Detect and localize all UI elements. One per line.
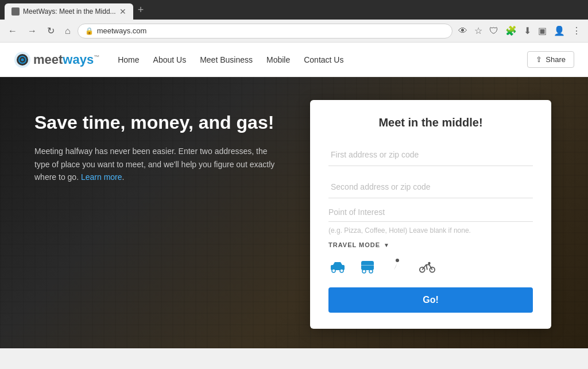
bookmark-star-icon[interactable]: ☆ (472, 23, 485, 39)
share-icon: ⇧ (536, 55, 542, 64)
logo-text: meetways™ (33, 52, 99, 67)
save-icon[interactable]: ⬇ (521, 23, 533, 39)
first-address-input[interactable] (328, 143, 533, 166)
go-button[interactable]: Go! (328, 287, 533, 313)
menu-icon[interactable]: ⋮ (570, 23, 583, 39)
split-screen-icon[interactable]: ▣ (536, 23, 549, 39)
url-text: meetways.com (97, 26, 445, 35)
svg-rect-8 (361, 265, 374, 266)
bus-mode-icon[interactable] (358, 257, 377, 276)
toolbar-icons: 👁 ☆ 🛡 🧩 ⬇ ▣ 👤 ⋮ (456, 23, 583, 39)
back-button[interactable]: ← (5, 24, 21, 39)
car-mode-icon[interactable] (328, 257, 347, 276)
nav-about[interactable]: About Us (153, 55, 187, 64)
svg-point-6 (340, 269, 343, 272)
travel-mode-row[interactable]: TRAVEL MODE ▼ (328, 241, 533, 248)
forward-button[interactable]: → (24, 24, 40, 39)
active-tab[interactable]: MeetWays: Meet in the Midd... ✕ (5, 3, 133, 20)
nav-home[interactable]: Home (118, 55, 139, 64)
hero-text: Save time, money, and gas! Meeting halfw… (34, 100, 276, 184)
home-button[interactable]: ⌂ (61, 24, 74, 39)
tab-favicon-icon (11, 7, 20, 16)
svg-point-9 (362, 270, 366, 273)
chevron-down-icon: ▼ (384, 242, 389, 248)
walk-mode-icon[interactable] (388, 257, 407, 276)
card-title: Meet in the middle! (328, 116, 533, 129)
no-track-icon[interactable]: 👁 (456, 24, 470, 39)
reload-button[interactable]: ↻ (44, 23, 58, 39)
svg-point-5 (332, 269, 335, 272)
lock-icon: 🔒 (85, 27, 94, 35)
tab-title: MeetWays: Meet in the Midd... (23, 7, 116, 16)
second-address-input[interactable] (328, 175, 533, 198)
website: meetways™ Home About Us Meet Business Mo… (0, 43, 588, 348)
learn-more-link[interactable]: Learn more (81, 172, 122, 182)
travel-mode-label: TRAVEL MODE (328, 241, 380, 248)
shield-icon[interactable]: 🛡 (487, 24, 501, 39)
nav-mobile[interactable]: Mobile (266, 55, 290, 64)
nav-meet-business[interactable]: Meet Business (200, 55, 253, 64)
svg-point-11 (396, 259, 399, 262)
new-tab-button[interactable]: + (136, 2, 146, 18)
nav-contact[interactable]: Contact Us (304, 55, 343, 64)
svg-point-3 (21, 58, 24, 61)
travel-icons-row (328, 257, 533, 276)
hero-description: Meeting halfway has never been easier. E… (34, 145, 276, 183)
address-bar-row: ← → ↻ ⌂ 🔒 meetways.com 👁 ☆ 🛡 🧩 ⬇ ▣ 👤 ⋮ (0, 20, 588, 43)
address-bar[interactable]: 🔒 meetways.com (78, 24, 452, 39)
svg-point-14 (428, 262, 430, 264)
hero-section: Save time, money, and gas! Meeting halfw… (0, 77, 588, 348)
poi-hint: (e.g. Pizza, Coffee, Hotel) Leave blank … (328, 226, 533, 235)
hero-content: Save time, money, and gas! Meeting halfw… (0, 77, 588, 348)
tab-close-icon[interactable]: ✕ (119, 7, 126, 16)
logo[interactable]: meetways™ (14, 51, 99, 68)
hero-desc-text: Meeting halfway has never been easier. E… (34, 147, 274, 182)
share-button[interactable]: ⇧ Share (527, 51, 574, 68)
profile-icon[interactable]: 👤 (551, 23, 567, 39)
svg-point-10 (369, 270, 373, 273)
logo-icon (14, 51, 31, 68)
site-nav: meetways™ Home About Us Meet Business Mo… (0, 43, 588, 77)
hero-title: Save time, money, and gas! (34, 112, 276, 133)
poi-label: Point of Interest (328, 207, 533, 222)
bike-mode-icon[interactable] (418, 257, 436, 276)
nav-links: Home About Us Meet Business Mobile Conta… (118, 55, 527, 64)
meet-card: Meet in the middle! Point of Interest (e… (310, 100, 551, 329)
browser-tab-bar: MeetWays: Meet in the Midd... ✕ + (0, 0, 588, 20)
period: . (122, 172, 125, 182)
extensions-icon[interactable]: 🧩 (503, 23, 519, 39)
share-label: Share (546, 55, 566, 64)
